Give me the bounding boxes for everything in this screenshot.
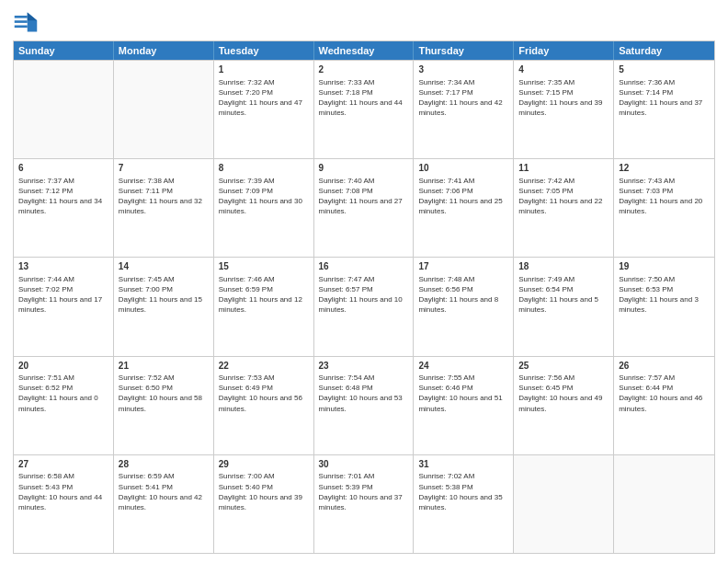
calendar-header: SundayMondayTuesdayWednesdayThursdayFrid… xyxy=(14,41,714,60)
cell-info: Sunrise: 7:33 AMSunset: 7:18 PMDaylight:… xyxy=(319,77,409,119)
cell-day-number: 3 xyxy=(418,63,508,76)
table-row: 11Sunrise: 7:42 AMSunset: 7:05 PMDayligh… xyxy=(514,159,614,257)
cell-day-number: 26 xyxy=(619,360,710,373)
cell-info: Sunrise: 7:52 AMSunset: 6:50 PMDaylight:… xyxy=(119,373,209,414)
calendar-week-5: 27Sunrise: 6:58 AMSunset: 5:43 PMDayligh… xyxy=(14,454,714,553)
cell-day-number: 5 xyxy=(619,63,710,76)
cell-day-number: 12 xyxy=(619,162,710,175)
cell-day-number: 31 xyxy=(418,458,508,471)
table-row: 23Sunrise: 7:54 AMSunset: 6:48 PMDayligh… xyxy=(314,357,415,454)
cell-day-number: 22 xyxy=(219,360,309,373)
table-row: 29Sunrise: 7:00 AMSunset: 5:40 PMDayligh… xyxy=(214,455,314,553)
cell-day-number: 1 xyxy=(219,63,309,76)
cell-day-number: 17 xyxy=(418,260,508,273)
table-row: 14Sunrise: 7:45 AMSunset: 7:00 PMDayligh… xyxy=(114,258,214,355)
logo-icon xyxy=(13,9,39,35)
day-header-friday: Friday xyxy=(514,41,614,60)
cell-info: Sunrise: 7:42 AMSunset: 7:05 PMDaylight:… xyxy=(518,176,609,217)
cell-info: Sunrise: 7:43 AMSunset: 7:03 PMDaylight:… xyxy=(619,176,710,217)
cell-day-number: 19 xyxy=(619,260,710,273)
cell-day-number: 24 xyxy=(418,360,508,373)
table-row: 27Sunrise: 6:58 AMSunset: 5:43 PMDayligh… xyxy=(14,455,114,553)
day-header-tuesday: Tuesday xyxy=(214,41,314,60)
cell-day-number: 11 xyxy=(518,162,609,175)
cell-info: Sunrise: 7:39 AMSunset: 7:09 PMDaylight:… xyxy=(219,176,309,217)
cell-info: Sunrise: 7:41 AMSunset: 7:06 PMDaylight:… xyxy=(418,176,508,217)
table-row: 24Sunrise: 7:55 AMSunset: 6:46 PMDayligh… xyxy=(414,357,514,454)
table-row xyxy=(614,455,714,553)
cell-info: Sunrise: 7:34 AMSunset: 7:17 PMDaylight:… xyxy=(418,77,508,119)
table-row: 21Sunrise: 7:52 AMSunset: 6:50 PMDayligh… xyxy=(114,357,214,454)
cell-day-number: 25 xyxy=(518,360,609,373)
svg-rect-3 xyxy=(15,16,28,18)
table-row: 4Sunrise: 7:35 AMSunset: 7:15 PMDaylight… xyxy=(514,61,614,158)
cell-info: Sunrise: 6:58 AMSunset: 5:43 PMDaylight:… xyxy=(18,471,108,512)
cell-day-number: 4 xyxy=(518,63,609,76)
table-row: 12Sunrise: 7:43 AMSunset: 7:03 PMDayligh… xyxy=(614,159,714,257)
table-row: 22Sunrise: 7:53 AMSunset: 6:49 PMDayligh… xyxy=(214,357,314,454)
calendar-week-4: 20Sunrise: 7:51 AMSunset: 6:52 PMDayligh… xyxy=(14,356,714,454)
logo xyxy=(13,9,42,35)
table-row: 2Sunrise: 7:33 AMSunset: 7:18 PMDaylight… xyxy=(314,61,415,158)
table-row: 1Sunrise: 7:32 AMSunset: 7:20 PMDaylight… xyxy=(214,61,314,158)
calendar: SundayMondayTuesdayWednesdayThursdayFrid… xyxy=(13,40,715,554)
table-row: 30Sunrise: 7:01 AMSunset: 5:39 PMDayligh… xyxy=(314,455,415,553)
cell-info: Sunrise: 7:38 AMSunset: 7:11 PMDaylight:… xyxy=(119,176,209,217)
cell-info: Sunrise: 7:51 AMSunset: 6:52 PMDaylight:… xyxy=(18,373,108,414)
cell-info: Sunrise: 7:49 AMSunset: 6:54 PMDaylight:… xyxy=(518,274,609,316)
cell-info: Sunrise: 7:45 AMSunset: 7:00 PMDaylight:… xyxy=(119,274,209,316)
table-row: 8Sunrise: 7:39 AMSunset: 7:09 PMDaylight… xyxy=(214,159,314,257)
day-header-thursday: Thursday xyxy=(414,41,514,60)
cell-info: Sunrise: 7:50 AMSunset: 6:53 PMDaylight:… xyxy=(619,274,710,316)
cell-info: Sunrise: 7:00 AMSunset: 5:40 PMDaylight:… xyxy=(219,471,309,512)
cell-info: Sunrise: 7:01 AMSunset: 5:39 PMDaylight:… xyxy=(319,471,409,512)
cell-info: Sunrise: 7:36 AMSunset: 7:14 PMDaylight:… xyxy=(619,77,710,119)
table-row xyxy=(114,61,214,158)
calendar-week-3: 13Sunrise: 7:44 AMSunset: 7:02 PMDayligh… xyxy=(14,257,714,355)
cell-day-number: 6 xyxy=(18,162,108,175)
page-header xyxy=(13,9,715,35)
calendar-week-2: 6Sunrise: 7:37 AMSunset: 7:12 PMDaylight… xyxy=(14,158,714,257)
table-row: 17Sunrise: 7:48 AMSunset: 6:56 PMDayligh… xyxy=(414,258,514,355)
table-row: 18Sunrise: 7:49 AMSunset: 6:54 PMDayligh… xyxy=(514,258,614,355)
svg-rect-5 xyxy=(15,26,28,29)
cell-day-number: 23 xyxy=(319,360,409,373)
cell-day-number: 27 xyxy=(18,458,108,471)
cell-info: Sunrise: 7:56 AMSunset: 6:45 PMDaylight:… xyxy=(518,373,609,414)
table-row xyxy=(14,61,114,158)
table-row: 9Sunrise: 7:40 AMSunset: 7:08 PMDaylight… xyxy=(314,159,415,257)
cell-info: Sunrise: 7:02 AMSunset: 5:38 PMDaylight:… xyxy=(418,471,508,512)
cell-info: Sunrise: 7:32 AMSunset: 7:20 PMDaylight:… xyxy=(219,77,309,119)
cell-day-number: 29 xyxy=(219,458,309,471)
table-row: 16Sunrise: 7:47 AMSunset: 6:57 PMDayligh… xyxy=(314,258,415,355)
cell-info: Sunrise: 7:57 AMSunset: 6:44 PMDaylight:… xyxy=(619,373,710,414)
cell-day-number: 7 xyxy=(119,162,209,175)
table-row: 3Sunrise: 7:34 AMSunset: 7:17 PMDaylight… xyxy=(414,61,514,158)
cell-info: Sunrise: 7:46 AMSunset: 6:59 PMDaylight:… xyxy=(219,274,309,316)
cell-info: Sunrise: 7:35 AMSunset: 7:15 PMDaylight:… xyxy=(518,77,609,119)
cell-day-number: 2 xyxy=(319,63,409,76)
calendar-body: 1Sunrise: 7:32 AMSunset: 7:20 PMDaylight… xyxy=(14,60,714,553)
table-row: 10Sunrise: 7:41 AMSunset: 7:06 PMDayligh… xyxy=(414,159,514,257)
table-row xyxy=(514,455,614,553)
table-row: 26Sunrise: 7:57 AMSunset: 6:44 PMDayligh… xyxy=(614,357,714,454)
day-header-wednesday: Wednesday xyxy=(314,41,415,60)
cell-day-number: 14 xyxy=(119,260,209,273)
cell-day-number: 9 xyxy=(319,162,409,175)
cell-info: Sunrise: 7:55 AMSunset: 6:46 PMDaylight:… xyxy=(418,373,508,414)
cell-day-number: 10 xyxy=(418,162,508,175)
cell-info: Sunrise: 7:47 AMSunset: 6:57 PMDaylight:… xyxy=(319,274,409,316)
table-row: 13Sunrise: 7:44 AMSunset: 7:02 PMDayligh… xyxy=(14,258,114,355)
day-header-saturday: Saturday xyxy=(614,41,714,60)
svg-rect-4 xyxy=(15,20,28,23)
cell-info: Sunrise: 7:44 AMSunset: 7:02 PMDaylight:… xyxy=(18,274,108,316)
cell-info: Sunrise: 7:37 AMSunset: 7:12 PMDaylight:… xyxy=(18,176,108,217)
table-row: 5Sunrise: 7:36 AMSunset: 7:14 PMDaylight… xyxy=(614,61,714,158)
cell-info: Sunrise: 7:53 AMSunset: 6:49 PMDaylight:… xyxy=(219,373,309,414)
table-row: 19Sunrise: 7:50 AMSunset: 6:53 PMDayligh… xyxy=(614,258,714,355)
day-header-monday: Monday xyxy=(114,41,214,60)
table-row: 6Sunrise: 7:37 AMSunset: 7:12 PMDaylight… xyxy=(14,159,114,257)
cell-day-number: 20 xyxy=(18,360,108,373)
cell-day-number: 28 xyxy=(119,458,209,471)
table-row: 20Sunrise: 7:51 AMSunset: 6:52 PMDayligh… xyxy=(14,357,114,454)
